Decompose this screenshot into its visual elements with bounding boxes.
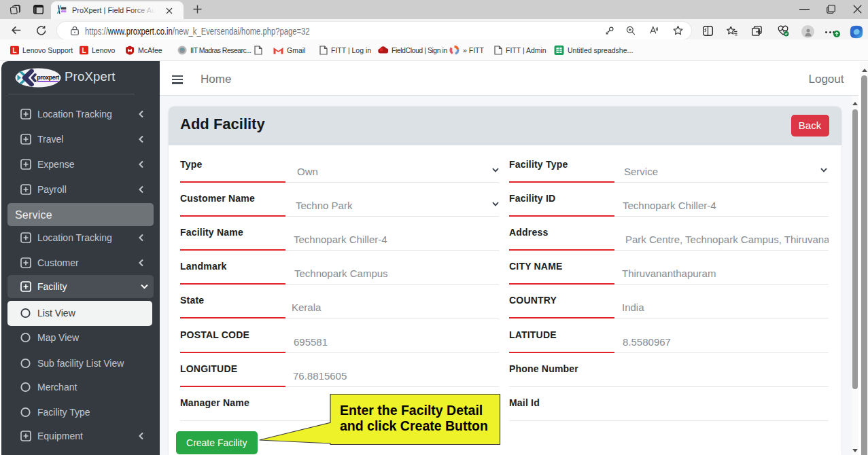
svg-text:and click Create Button: and click Create Button xyxy=(340,418,488,433)
svg-text:L: L xyxy=(82,47,86,54)
svg-text:proxpert: proxpert xyxy=(37,74,59,81)
svg-text:L: L xyxy=(13,47,17,54)
svg-text:Enter the Facilty Detail: Enter the Facilty Detail xyxy=(340,403,483,418)
